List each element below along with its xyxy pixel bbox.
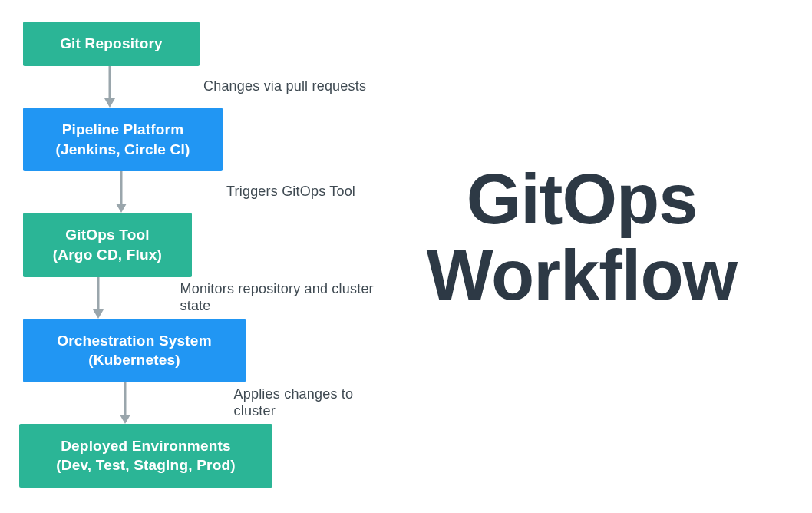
node-label-line1: Orchestration System <box>57 331 211 351</box>
diagram-title: GitOps Workflow <box>382 161 781 314</box>
node-gitops-tool: GitOps Tool (Argo CD, Flux) <box>23 213 192 276</box>
connector-3: Monitors repository and cluster state <box>19 277 388 319</box>
connector-label: Triggers GitOps Tool <box>223 184 355 200</box>
node-label-line1: Deployed Environments <box>61 436 231 456</box>
arrow-down-icon <box>93 277 104 319</box>
node-deployed-environments: Deployed Environments (Dev, Test, Stagin… <box>19 424 272 488</box>
connector-2: Triggers GitOps Tool <box>19 171 355 213</box>
node-label: Git Repository <box>60 34 163 54</box>
node-orchestration-system: Orchestration System (Kubernetes) <box>23 319 246 382</box>
node-label-line1: GitOps Tool <box>65 225 150 245</box>
arrow-down-icon <box>104 66 115 108</box>
arrow-down-icon <box>116 171 127 213</box>
connector-4: Applies changes to cluster <box>19 382 388 424</box>
node-label-line2: (Dev, Test, Staging, Prod) <box>56 455 236 475</box>
connector-1: Changes via pull requests <box>19 66 366 108</box>
node-label-line2: (Argo CD, Flux) <box>53 245 162 265</box>
connector-label: Monitors repository and cluster state <box>177 281 388 314</box>
node-label-line1: Pipeline Platform <box>62 120 184 140</box>
node-label-line2: (Kubernetes) <box>88 350 180 370</box>
node-git-repository: Git Repository <box>23 22 200 66</box>
title-line-1: GitOps <box>382 161 781 237</box>
node-pipeline-platform: Pipeline Platform (Jenkins, Circle CI) <box>23 108 223 171</box>
title-line-2: Workflow <box>382 237 781 313</box>
connector-label: Applies changes to cluster <box>231 386 388 419</box>
workflow-flow: Git Repository Changes via pull requests… <box>19 22 388 488</box>
connector-label: Changes via pull requests <box>200 78 366 95</box>
node-label-line2: (Jenkins, Circle CI) <box>55 140 190 160</box>
arrow-down-icon <box>120 382 130 424</box>
